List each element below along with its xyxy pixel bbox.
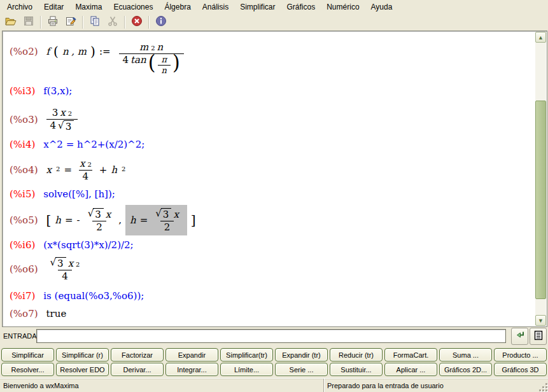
enter-arrow-icon — [514, 330, 526, 343]
output-label: (%o5) — [10, 214, 38, 226]
interrupt-button[interactable] — [129, 15, 145, 30]
limite-button[interactable]: Límite... — [220, 363, 273, 376]
resize-grip-icon[interactable] — [538, 382, 547, 391]
derivar-button[interactable]: Derivar... — [111, 363, 164, 376]
status-bar: Bienvenido a wxMaxima Preparado para la … — [0, 378, 548, 392]
toolbar-separator — [148, 16, 150, 29]
factorizar-button[interactable]: Factorizar — [111, 348, 164, 361]
output-line-o6[interactable]: (%o6) √3x2 4 — [4, 255, 535, 283]
chevron-down-icon: ▼ — [538, 318, 544, 324]
expandir-button[interactable]: Expandir — [165, 348, 218, 361]
formacart-button[interactable]: FormaCart. — [384, 348, 437, 361]
preferences-button[interactable] — [62, 15, 79, 30]
menu-simplificar[interactable]: Simplificar — [234, 0, 281, 14]
scissors-icon — [106, 15, 119, 30]
sqrt: √3 — [58, 120, 74, 132]
scrollbar-thumb[interactable] — [535, 101, 546, 299]
graficos-2d-button[interactable]: Gráficos 2D... — [439, 363, 492, 376]
copy-button[interactable] — [87, 15, 103, 30]
graficos-3d-button[interactable]: Gráficos 3D — [494, 363, 547, 376]
menu-algebra[interactable]: Álgebra — [158, 0, 196, 14]
menu-ayuda[interactable]: Ayuda — [365, 0, 398, 14]
input-line-i3[interactable]: (%i3) f(3,x); — [4, 85, 535, 97]
list-lines-icon — [533, 330, 544, 343]
scroll-down-button[interactable]: ▼ — [535, 315, 546, 326]
expression-lhs: f(n , m) := — [46, 44, 111, 59]
resolver-button[interactable]: Resolver... — [1, 363, 54, 376]
fraction: √3x2 4 — [46, 256, 84, 282]
output-line-o7[interactable]: (%o7) true — [4, 307, 535, 320]
output-label: (%o2) — [10, 46, 38, 57]
suma-button[interactable]: Suma ... — [439, 348, 492, 361]
output-line-o5[interactable]: (%o5) [ h = - √3x2 , h = √3x2 ] — [4, 206, 535, 235]
output-label: (%o7) — [10, 308, 38, 319]
entrada-input[interactable] — [36, 329, 506, 343]
save-disk-icon — [22, 15, 35, 30]
entrada-label: ENTRADA: — [3, 332, 39, 340]
fraction: m2n 4tan(πn) — [119, 41, 184, 76]
cut-button[interactable] — [104, 15, 121, 30]
preferences-icon — [64, 15, 77, 30]
printer-icon — [46, 15, 59, 30]
menu-editar[interactable]: Editar — [38, 0, 69, 14]
sqrt: √3 — [50, 257, 66, 269]
menu-bar: Archivo Editar Maxima Ecuaciones Álgebra… — [0, 0, 548, 14]
button-row-2: Resolver... Resolver EDO Derivar... Inte… — [1, 363, 547, 376]
producto-button[interactable]: Producto ... — [494, 348, 547, 361]
chevron-up-icon: ▲ — [538, 34, 544, 41]
copy-icon — [88, 15, 101, 30]
output-value: true — [46, 308, 67, 319]
simplificar-tr-button[interactable]: Simplificar(tr) — [220, 348, 273, 361]
input-line-i5[interactable]: (%i5) solve([%], [h]); — [4, 188, 535, 200]
resolver-edo-button[interactable]: Resolver EDO — [56, 363, 109, 376]
menu-graficos[interactable]: Gráficos — [281, 0, 321, 14]
menu-ecuaciones[interactable]: Ecuaciones — [108, 0, 158, 14]
expandir-tr-button[interactable]: Expandir (tr) — [275, 348, 328, 361]
output-label: (%o4) — [10, 164, 38, 176]
fraction: 3x2 4√3 — [46, 107, 78, 132]
input-line-i4[interactable]: (%i4) x^2 = h^2+(x/2)^2; — [4, 138, 535, 151]
save-button[interactable] — [20, 15, 37, 30]
solution-2-selected[interactable]: h = √3x2 — [125, 205, 187, 235]
status-right: Preparado para la entrada de usuario — [324, 379, 548, 392]
output-label: (%o6) — [10, 263, 38, 275]
print-button[interactable] — [45, 15, 61, 30]
history-button[interactable] — [530, 328, 547, 345]
input-code: solve([%], [h]); — [43, 188, 115, 200]
aplicar-button[interactable]: Aplicar ... — [384, 363, 437, 376]
toolbar-separator — [82, 16, 83, 29]
sustituir-button[interactable]: Sustituir... — [330, 363, 383, 376]
worksheet-panel[interactable]: (%o2) f(n , m) := m2n 4tan(πn) (%i3) f(3… — [2, 31, 547, 327]
menu-archivo[interactable]: Archivo — [1, 0, 38, 14]
simplificar-r-button[interactable]: Simplificar (r) — [56, 348, 109, 361]
serie-button[interactable]: Serie ... — [275, 363, 328, 376]
wxmaxima-window: Archivo Editar Maxima Ecuaciones Álgebra… — [0, 0, 548, 392]
simplificar-button[interactable]: Simplificar — [1, 348, 54, 361]
reducir-tr-button[interactable]: Reducir (tr) — [330, 348, 383, 361]
open-button[interactable] — [3, 15, 19, 30]
vertical-scrollbar[interactable]: ▲ ▼ — [535, 32, 546, 326]
stop-x-icon — [130, 15, 143, 30]
input-line-i6[interactable]: (%i6) (x*(sqrt(3)*x)/2)/2; — [4, 239, 535, 251]
solution-1[interactable]: h = - √3x2 — [55, 207, 115, 233]
input-line-i7[interactable]: (%i7) is (equal(%o3,%o6)); — [4, 290, 535, 302]
menu-analisis[interactable]: Análisis — [197, 0, 234, 14]
send-input-button[interactable] — [511, 328, 528, 345]
info-button[interactable] — [153, 15, 169, 30]
output-line-o4[interactable]: (%o4) x2 = x24 + h2 — [4, 156, 535, 184]
input-label: (%i6) — [10, 239, 35, 251]
input-label: (%i4) — [10, 139, 35, 150]
scroll-up-button[interactable]: ▲ — [535, 32, 546, 43]
menu-numerico[interactable]: Numérico — [321, 0, 365, 14]
toolbar — [0, 14, 548, 31]
toolbar-separator — [40, 16, 41, 29]
input-code: f(3,x); — [43, 85, 72, 97]
integrar-button[interactable]: Integrar... — [165, 363, 218, 376]
output-line-o2[interactable]: (%o2) f(n , m) := m2n 4tan(πn) — [4, 35, 535, 83]
open-folder-icon — [4, 15, 17, 30]
worksheet-content: (%o2) f(n , m) := m2n 4tan(πn) (%i3) f(3… — [4, 32, 535, 325]
menu-maxima[interactable]: Maxima — [69, 0, 108, 14]
output-line-o3[interactable]: (%o3) 3x2 4√3 — [4, 105, 535, 134]
input-code: x^2 = h^2+(x/2)^2; — [43, 139, 144, 150]
equation: x2 = x24 + h2 — [46, 158, 126, 182]
